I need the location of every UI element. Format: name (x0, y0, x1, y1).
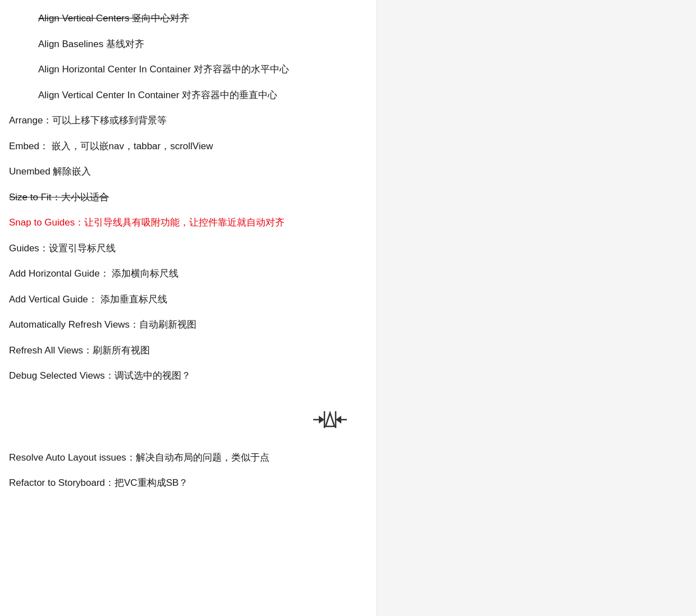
item-text: Size to Fit：大小以适合 (9, 192, 109, 203)
list-item-align-vertical-center: Align Vertical Center In Container 对齐容器中… (4, 82, 372, 108)
list-item-unembed: Unembed 解除嵌入 (4, 159, 372, 185)
list-item-resolve-auto-layout: Resolve Auto Layout issues：解决自动布局的问题，类似于… (4, 445, 372, 471)
list-item-refactor-storyboard: Refactor to Storyboard：把VC重构成SB？ (4, 470, 372, 496)
svg-marker-1 (319, 416, 324, 424)
item-text: Debug Selected Views：调试选中的视图？ (9, 370, 191, 381)
list-item-embed: Embed： 嵌入，可以嵌nav，tabbar，scrollView (4, 134, 372, 159)
list-item-add-horizontal-guide: Add Horizontal Guide： 添加横向标尺线 (4, 261, 372, 287)
main-container: Align Vertical Centers 竖向中心对齐 Align Base… (0, 0, 696, 616)
right-panel (377, 0, 696, 616)
item-text: Refresh All Views：刷新所有视图 (9, 345, 150, 356)
list-item-align-horizontal-center: Align Horizontal Center In Container 对齐容… (4, 57, 372, 82)
item-text: Resolve Auto Layout issues：解决自动布局的问题，类似于… (9, 452, 269, 463)
layout-icon (310, 406, 350, 439)
content-panel: Align Vertical Centers 竖向中心对齐 Align Base… (0, 0, 377, 616)
item-text: Align Vertical Centers 竖向中心对齐 (38, 13, 189, 24)
list-item-auto-refresh: Automatically Refresh Views：自动刷新视图 (4, 312, 372, 338)
item-text: Add Horizontal Guide： 添加横向标尺线 (9, 268, 178, 279)
item-text: Align Vertical Center In Container 对齐容器中… (38, 90, 277, 100)
list-item-refresh-all: Refresh All Views：刷新所有视图 (4, 338, 372, 364)
list-item-add-vertical-guide: Add Vertical Guide： 添加垂直标尺线 (4, 287, 372, 312)
item-text: Refactor to Storyboard：把VC重构成SB？ (9, 477, 188, 488)
item-text: Align Horizontal Center In Container 对齐容… (38, 64, 289, 75)
item-text: Add Vertical Guide： 添加垂直标尺线 (9, 294, 167, 305)
item-text: Guides：设置引导标尺线 (9, 243, 116, 254)
list-item-guides: Guides：设置引导标尺线 (4, 236, 372, 261)
list-item-debug-selected: Debug Selected Views：调试选中的视图？ (4, 363, 372, 389)
item-text: Automatically Refresh Views：自动刷新视图 (9, 319, 196, 330)
icon-area (4, 394, 372, 445)
item-text: Embed： 嵌入，可以嵌nav，tabbar，scrollView (9, 141, 213, 151)
item-text: Snap to Guides：让引导线具有吸附功能，让控件靠近就自动对齐 (9, 217, 285, 228)
list-item-size-to-fit: Size to Fit：大小以适合 (4, 185, 372, 210)
list-item-snap-to-guides: Snap to Guides：让引导线具有吸附功能，让控件靠近就自动对齐 (4, 210, 372, 236)
item-text: Align Baselines 基线对齐 (38, 39, 144, 49)
list-item-arrange: Arrange：可以上移下移或移到背景等 (4, 108, 372, 134)
align-icon-svg (310, 406, 350, 434)
svg-marker-4 (336, 416, 341, 424)
list-item-align-vertical-centers: Align Vertical Centers 竖向中心对齐 (4, 6, 372, 31)
svg-marker-6 (326, 413, 335, 426)
item-text: Unembed 解除嵌入 (9, 166, 91, 177)
item-text: Arrange：可以上移下移或移到背景等 (9, 115, 167, 126)
list-item-align-baselines: Align Baselines 基线对齐 (4, 31, 372, 57)
